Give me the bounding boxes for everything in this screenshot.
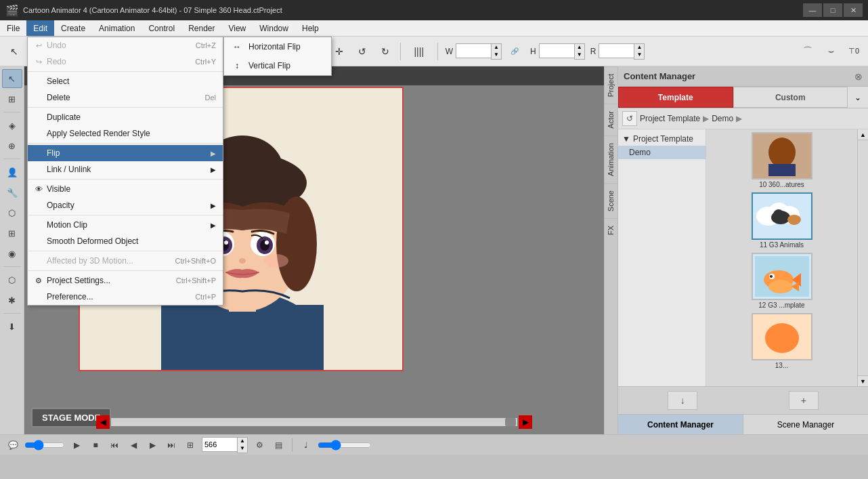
frame-input[interactable] [202, 437, 237, 452]
thumb-item-2[interactable]: 11 G3 Animals [709, 192, 854, 249]
tree-item-demo[interactable]: Demo [618, 146, 706, 159]
cm-back-button[interactable]: ↺ [622, 111, 637, 126]
menu-item-link-unlink[interactable]: Link / Unlink ▶ [28, 161, 223, 178]
width-down[interactable]: ▼ [492, 51, 501, 59]
canvas-scrollbar[interactable] [111, 418, 517, 426]
menu-view[interactable]: View [221, 20, 253, 36]
sidebar-btn-7[interactable]: ⬡ [2, 203, 22, 222]
align-button[interactable]: ⊤0 [844, 41, 864, 62]
tl-note-btn[interactable]: ♩ [299, 438, 313, 453]
vsidebar-fx[interactable]: FX [605, 218, 617, 242]
vsidebar-scene[interactable]: Scene [605, 183, 617, 218]
rotation-input[interactable]: 0 [599, 43, 634, 58]
menu-window[interactable]: Window [253, 20, 295, 36]
menu-edit[interactable]: Edit [26, 20, 54, 36]
pf-tab-content-manager[interactable]: Content Manager [618, 415, 743, 434]
move-button[interactable]: ✛ [329, 41, 349, 62]
vsidebar-animation[interactable]: Animation [605, 136, 617, 183]
lock-aspect-button[interactable]: 🔗 [504, 41, 525, 62]
tl-grid-btn[interactable]: ▤ [271, 438, 286, 453]
cm-scroll-down-btn[interactable]: ▼ [858, 375, 868, 386]
menu-animation[interactable]: Animation [92, 20, 142, 36]
sidebar-btn-6[interactable]: 🔧 [2, 183, 22, 202]
tl-play-btn[interactable]: ▶ [69, 438, 84, 453]
select-tool-button[interactable]: ↖ [4, 41, 24, 62]
pf-tab-scene-manager[interactable]: Scene Manager [743, 415, 868, 434]
tl-settings-btn[interactable]: ⚙ [252, 438, 267, 453]
menu-create[interactable]: Create [54, 20, 92, 36]
menu-item-opacity[interactable]: Opacity ▶ [28, 197, 223, 213]
panel-close-button[interactable]: ⊗ [854, 71, 863, 82]
width-up[interactable]: ▲ [492, 44, 501, 51]
menu-item-visible[interactable]: 👁 Visible [28, 181, 223, 197]
menu-item-duplicate[interactable]: Duplicate [28, 109, 223, 125]
tl-prev-frame-btn[interactable]: ◀ [126, 438, 141, 453]
menu-item-flip[interactable]: Flip ▶ [28, 145, 223, 161]
submenu-item-horizontal-flip[interactable]: ↔ Horizontal Flip [224, 37, 331, 56]
menu-item-motion-clip[interactable]: Motion Clip ▶ [28, 217, 223, 233]
submenu-item-vertical-flip[interactable]: ↕ Vertical Flip [224, 56, 331, 75]
chat-btn[interactable]: 💬 [5, 438, 20, 453]
sidebar-btn-11[interactable]: ✱ [2, 291, 22, 310]
sidebar-btn-4[interactable]: ⊕ [2, 136, 22, 155]
tl-next-frame-btn[interactable]: ▶ [145, 438, 160, 453]
tl-slider-left[interactable] [24, 440, 65, 451]
rotate-ccw-button[interactable]: ↺ [352, 41, 372, 62]
cm-add-btn[interactable]: + [789, 391, 819, 410]
height-down[interactable]: ▼ [575, 51, 584, 59]
rotate-cw-button[interactable]: ↻ [375, 41, 395, 62]
width-input[interactable]: 1282.8 [456, 43, 491, 58]
menu-render[interactable]: Render [181, 20, 221, 36]
cm-download-btn[interactable]: ↓ [668, 391, 697, 410]
canvas-scroll-left[interactable]: ◀ [96, 415, 110, 429]
thumb-item-3[interactable]: 12 G3 ...mplate [709, 253, 854, 309]
sidebar-btn-10[interactable]: ⬡ [2, 270, 22, 289]
rotation-down[interactable]: ▼ [634, 51, 644, 59]
sidebar-btn-5[interactable]: 👤 [2, 163, 22, 182]
tl-stop-btn[interactable]: ■ [88, 438, 103, 453]
tab-template[interactable]: Template [618, 87, 733, 108]
menu-item-undo[interactable]: ↩ Undo Ctrl+Z [28, 37, 223, 54]
menu-help[interactable]: Help [295, 20, 326, 36]
timeline-btn[interactable]: |||| [406, 41, 433, 62]
menu-item-project-settings[interactable]: ⚙ Project Settings... Ctrl+Shift+P [28, 272, 223, 289]
sidebar-btn-3[interactable]: ◈ [2, 116, 22, 135]
frame-down[interactable]: ▼ [238, 445, 247, 453]
canvas-scroll-right[interactable]: ▶ [519, 415, 532, 429]
sidebar-btn-8[interactable]: ⊞ [2, 224, 22, 243]
vsidebar-project[interactable]: Project [605, 66, 617, 104]
menu-item-apply-render[interactable]: Apply Selected Render Style [28, 125, 223, 142]
thumb-item-4[interactable]: 13... [709, 313, 854, 369]
tab-custom[interactable]: Custom [733, 87, 848, 108]
menu-item-delete[interactable]: Delete Del [28, 89, 223, 106]
minimize-button[interactable]: — [803, 3, 822, 17]
maximize-button[interactable]: □ [823, 3, 842, 17]
sidebar-btn-2[interactable]: ⊞ [2, 89, 22, 108]
panel-expand-btn[interactable]: ⌄ [848, 87, 868, 108]
close-button[interactable]: ✕ [844, 3, 863, 17]
curve-tool-2[interactable]: ⌣ [821, 41, 841, 62]
menu-item-redo[interactable]: ↪ Redo Ctrl+Y [28, 54, 223, 70]
menu-item-preference[interactable]: Preference... Ctrl+P [28, 289, 223, 305]
sidebar-btn-9[interactable]: ◉ [2, 244, 22, 263]
rotation-up[interactable]: ▲ [634, 44, 644, 51]
height-up[interactable]: ▲ [575, 44, 584, 51]
tl-slider-right[interactable] [318, 440, 372, 451]
menu-item-smooth-deformed[interactable]: Smooth Deformed Object [28, 233, 223, 249]
menu-control[interactable]: Control [142, 20, 181, 36]
cm-scroll-up-btn[interactable]: ▲ [858, 129, 868, 140]
sidebar-btn-12[interactable]: ⬇ [2, 317, 22, 336]
vsidebar-actor[interactable]: Actor [605, 104, 617, 136]
tl-last-btn[interactable]: ⏭ [164, 438, 179, 453]
sidebar-select-btn[interactable]: ↖ [2, 69, 22, 88]
thumb-item-1[interactable]: 10 360...atures [709, 132, 854, 188]
menu-item-select[interactable]: Select [28, 73, 223, 89]
tl-first-btn[interactable]: ⏮ [107, 438, 122, 453]
cm-scroll-track[interactable] [858, 140, 868, 375]
tree-group-header[interactable]: ▼ Project Template [618, 132, 706, 146]
menu-item-affected-3d[interactable]: Affected by 3D Motion... Ctrl+Shift+O [28, 253, 223, 269]
curve-tool-1[interactable]: ⌒ [798, 41, 818, 62]
frame-up[interactable]: ▲ [238, 438, 247, 445]
tl-expand-btn[interactable]: ⊞ [183, 438, 198, 453]
menu-file[interactable]: File [0, 20, 26, 36]
